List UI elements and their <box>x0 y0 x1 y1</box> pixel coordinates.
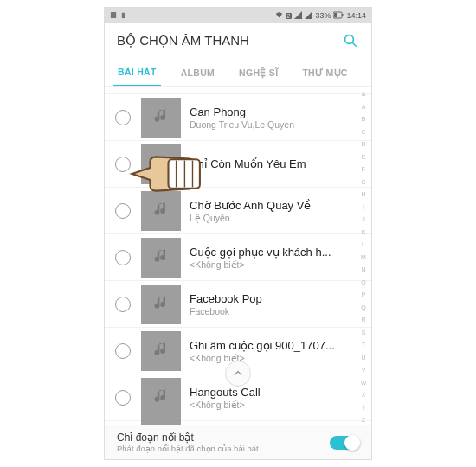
song-title: Chỉ Còn Muốn Yêu Em <box>190 157 356 170</box>
song-artist: <Không biết> <box>190 400 356 410</box>
select-radio[interactable] <box>115 250 131 265</box>
alpha-letter[interactable]: K <box>357 229 370 235</box>
alpha-letter[interactable]: Q <box>357 304 370 310</box>
alpha-letter[interactable]: J <box>357 216 370 222</box>
signal-icon-2 <box>305 11 312 21</box>
alpha-letter[interactable]: D <box>357 141 370 147</box>
song-row[interactable]: Can PhongDuong Trieu Vu,Le Quyen <box>105 94 371 141</box>
alpha-letter[interactable]: & <box>357 91 370 97</box>
tab-albums[interactable]: ALBUM <box>177 58 219 86</box>
alpha-letter[interactable]: T <box>357 342 370 348</box>
song-row[interactable]: Facebook PopFacebook <box>105 281 371 328</box>
album-thumb <box>141 331 181 371</box>
alpha-letter[interactable]: R <box>357 317 370 323</box>
battery-pct: 33% <box>315 11 331 20</box>
alpha-letter[interactable]: H <box>357 191 370 197</box>
album-thumb <box>141 238 181 278</box>
song-row[interactable]: Cuộc gọi phục vụ khách h...<Không biết> <box>105 234 371 281</box>
album-thumb <box>141 285 181 324</box>
music-note-icon <box>152 292 170 317</box>
tab-folders[interactable]: THƯ MỤC <box>298 58 351 86</box>
song-title: Cuộc gọi phục vụ khách h... <box>190 246 356 259</box>
partial-row-top <box>105 87 371 94</box>
song-artist: Duong Trieu Vu,Le Quyen <box>190 119 356 130</box>
chevron-up-icon <box>232 368 244 380</box>
alpha-letter[interactable]: C <box>357 129 370 135</box>
song-meta: Ghi âm cuộc gọi 900_1707...<Không biết> <box>190 339 371 363</box>
song-artist: Facebook <box>190 306 356 317</box>
alpha-letter[interactable]: Y <box>357 405 370 411</box>
alpha-letter[interactable]: A <box>357 104 370 110</box>
signal-icon <box>294 11 302 21</box>
svg-rect-1 <box>122 12 125 17</box>
alpha-letter[interactable]: N <box>357 266 370 272</box>
footer-text-block: Chỉ đoạn nổi bật Phát đoạn nổi bật đã ch… <box>117 432 261 453</box>
song-row[interactable]: Chỉ Còn Muốn Yêu Em <box>105 141 371 188</box>
song-meta: Cuộc gọi phục vụ khách h...<Không biết> <box>190 246 371 270</box>
song-title: Facebook Pop <box>190 292 356 305</box>
highlight-toggle[interactable] <box>330 436 359 450</box>
song-artist: <Không biết> <box>190 353 356 363</box>
alpha-letter[interactable]: B <box>357 116 370 122</box>
scroll-to-top-button[interactable] <box>225 361 251 387</box>
select-radio[interactable] <box>115 390 131 406</box>
wifi-icon <box>275 11 283 21</box>
song-row[interactable]: Chờ Bước Anh Quay VềLệ Quyên <box>105 188 371 234</box>
music-note-icon <box>152 199 170 223</box>
svg-rect-4 <box>334 13 337 17</box>
song-title: Can Phong <box>190 106 356 118</box>
select-radio[interactable] <box>115 203 131 219</box>
alpha-letter[interactable]: P <box>357 291 370 297</box>
phone-frame: 2 33% 14:14 BỘ CHỌN ÂM THANH BÀI HÁT ALB… <box>104 7 372 460</box>
music-note-icon <box>152 246 170 270</box>
battery-icon <box>120 11 128 21</box>
song-title: Ghi âm cuộc gọi 900_1707... <box>190 339 356 352</box>
svg-point-5 <box>345 35 354 44</box>
data-badge: 2 <box>286 13 293 19</box>
app-header: BỘ CHỌN ÂM THANH <box>105 23 371 58</box>
album-thumb <box>141 98 181 138</box>
alpha-letter[interactable]: W <box>357 380 370 386</box>
alpha-letter[interactable]: O <box>357 279 370 285</box>
alpha-letter[interactable]: L <box>357 241 370 247</box>
select-radio[interactable] <box>115 343 131 359</box>
alpha-index[interactable]: &ABCDEFGHIJKLMNOPQRSTUVWXYZ <box>357 91 370 423</box>
svg-rect-0 <box>111 11 116 17</box>
alpha-letter[interactable]: X <box>357 392 370 398</box>
alpha-letter[interactable]: U <box>357 355 370 361</box>
alpha-letter[interactable]: G <box>357 179 370 185</box>
alpha-letter[interactable]: S <box>357 329 370 336</box>
song-meta: Can PhongDuong Trieu Vu,Le Quyen <box>190 106 371 130</box>
alpha-letter[interactable]: E <box>357 154 370 160</box>
song-meta: Chỉ Còn Muốn Yêu Em <box>190 157 371 171</box>
music-note-icon <box>152 339 170 363</box>
alpha-letter[interactable]: I <box>357 204 370 210</box>
status-left <box>110 11 128 21</box>
battery-icon-right <box>333 11 344 21</box>
search-icon <box>343 33 358 48</box>
highlight-footer: Chỉ đoạn nổi bật Phát đoạn nổi bật đã ch… <box>105 425 371 459</box>
toggle-knob <box>344 435 360 451</box>
song-title: Chờ Bước Anh Quay Về <box>190 199 356 212</box>
song-list-container: Can PhongDuong Trieu Vu,Le QuyenChỉ Còn … <box>105 87 371 426</box>
select-radio[interactable] <box>115 110 131 125</box>
alpha-letter[interactable]: M <box>357 254 370 260</box>
music-note-icon <box>152 106 170 130</box>
page-title: BỘ CHỌN ÂM THANH <box>117 33 249 48</box>
select-radio[interactable] <box>115 297 131 312</box>
alpha-letter[interactable]: F <box>357 166 370 172</box>
song-artist: <Không biết> <box>190 259 356 270</box>
alpha-letter[interactable]: V <box>357 367 370 373</box>
song-meta: Facebook PopFacebook <box>190 292 371 317</box>
tab-songs[interactable]: BÀI HÁT <box>113 58 161 86</box>
footer-subtitle: Phát đoạn nổi bật đã chọn của bài hát. <box>117 444 261 453</box>
select-radio[interactable] <box>115 157 131 172</box>
album-thumb <box>141 191 181 231</box>
search-button[interactable] <box>342 32 359 49</box>
album-thumb <box>141 378 181 418</box>
song-meta: Chờ Bước Anh Quay VềLệ Quyên <box>190 199 371 223</box>
tab-artists[interactable]: NGHỆ SĨ <box>235 58 282 86</box>
alpha-letter[interactable]: Z <box>357 417 370 423</box>
svg-rect-3 <box>342 14 344 16</box>
song-title: Hangouts Call <box>190 386 356 399</box>
